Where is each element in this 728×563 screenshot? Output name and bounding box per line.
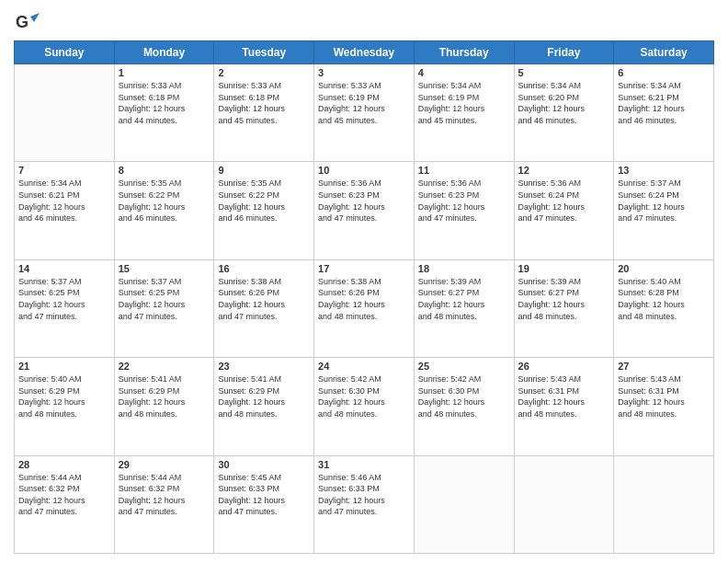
day-cell: 15Sunrise: 5:37 AM Sunset: 6:25 PM Dayli… xyxy=(114,259,214,357)
day-number: 28 xyxy=(18,459,110,470)
day-cell: 17Sunrise: 5:38 AM Sunset: 6:26 PM Dayli… xyxy=(314,259,415,357)
day-cell: 30Sunrise: 5:45 AM Sunset: 6:33 PM Dayli… xyxy=(214,455,314,553)
day-number: 31 xyxy=(318,459,410,470)
day-number: 11 xyxy=(418,165,510,176)
day-cell: 13Sunrise: 5:37 AM Sunset: 6:24 PM Dayli… xyxy=(614,162,714,259)
day-info: Sunrise: 5:43 AM Sunset: 6:31 PM Dayligh… xyxy=(518,373,610,419)
day-cell: 16Sunrise: 5:38 AM Sunset: 6:26 PM Dayli… xyxy=(214,259,314,357)
day-info: Sunrise: 5:34 AM Sunset: 6:20 PM Dayligh… xyxy=(518,80,610,126)
day-info: Sunrise: 5:36 AM Sunset: 6:23 PM Dayligh… xyxy=(318,178,410,224)
logo-icon: G xyxy=(14,9,40,35)
day-info: Sunrise: 5:33 AM Sunset: 6:18 PM Dayligh… xyxy=(119,80,210,126)
day-info: Sunrise: 5:37 AM Sunset: 6:24 PM Dayligh… xyxy=(618,178,710,224)
week-row-2: 7Sunrise: 5:34 AM Sunset: 6:21 PM Daylig… xyxy=(15,162,714,259)
day-number: 14 xyxy=(18,263,110,274)
day-info: Sunrise: 5:34 AM Sunset: 6:21 PM Dayligh… xyxy=(618,80,710,126)
day-number: 23 xyxy=(218,361,310,372)
day-number: 5 xyxy=(518,67,610,78)
weekday-header-row: SundayMondayTuesdayWednesdayThursdayFrid… xyxy=(15,41,714,64)
day-info: Sunrise: 5:43 AM Sunset: 6:31 PM Dayligh… xyxy=(618,373,710,419)
day-info: Sunrise: 5:42 AM Sunset: 6:30 PM Dayligh… xyxy=(318,373,410,419)
day-info: Sunrise: 5:45 AM Sunset: 6:33 PM Dayligh… xyxy=(218,472,310,518)
day-cell: 3Sunrise: 5:33 AM Sunset: 6:19 PM Daylig… xyxy=(314,64,415,162)
day-cell xyxy=(15,64,115,162)
day-number: 3 xyxy=(318,67,410,78)
day-cell: 25Sunrise: 5:42 AM Sunset: 6:30 PM Dayli… xyxy=(414,358,514,455)
day-info: Sunrise: 5:39 AM Sunset: 6:27 PM Dayligh… xyxy=(518,276,610,322)
day-info: Sunrise: 5:39 AM Sunset: 6:27 PM Dayligh… xyxy=(418,276,510,322)
day-info: Sunrise: 5:33 AM Sunset: 6:19 PM Dayligh… xyxy=(318,80,410,126)
day-info: Sunrise: 5:37 AM Sunset: 6:25 PM Dayligh… xyxy=(119,276,210,322)
day-number: 1 xyxy=(119,67,210,78)
day-info: Sunrise: 5:38 AM Sunset: 6:26 PM Dayligh… xyxy=(218,276,310,322)
day-cell xyxy=(414,455,514,553)
day-cell: 22Sunrise: 5:41 AM Sunset: 6:29 PM Dayli… xyxy=(114,358,214,455)
logo: G xyxy=(14,9,41,35)
week-row-5: 28Sunrise: 5:44 AM Sunset: 6:32 PM Dayli… xyxy=(15,455,714,553)
day-info: Sunrise: 5:46 AM Sunset: 6:33 PM Dayligh… xyxy=(318,472,410,518)
day-number: 30 xyxy=(218,459,310,470)
day-cell xyxy=(514,455,614,553)
day-cell: 31Sunrise: 5:46 AM Sunset: 6:33 PM Dayli… xyxy=(314,455,415,553)
day-cell: 11Sunrise: 5:36 AM Sunset: 6:23 PM Dayli… xyxy=(414,162,514,259)
day-info: Sunrise: 5:38 AM Sunset: 6:26 PM Dayligh… xyxy=(318,276,410,322)
day-cell: 4Sunrise: 5:34 AM Sunset: 6:19 PM Daylig… xyxy=(414,64,514,162)
day-info: Sunrise: 5:34 AM Sunset: 6:19 PM Dayligh… xyxy=(418,80,510,126)
day-cell: 5Sunrise: 5:34 AM Sunset: 6:20 PM Daylig… xyxy=(514,64,614,162)
day-number: 20 xyxy=(618,263,710,274)
day-info: Sunrise: 5:34 AM Sunset: 6:21 PM Dayligh… xyxy=(18,178,110,224)
day-number: 18 xyxy=(418,263,510,274)
day-number: 7 xyxy=(18,165,110,176)
day-info: Sunrise: 5:42 AM Sunset: 6:30 PM Dayligh… xyxy=(418,373,510,419)
day-cell: 21Sunrise: 5:40 AM Sunset: 6:29 PM Dayli… xyxy=(15,358,115,455)
day-number: 10 xyxy=(318,165,410,176)
day-cell: 26Sunrise: 5:43 AM Sunset: 6:31 PM Dayli… xyxy=(514,358,614,455)
day-cell: 18Sunrise: 5:39 AM Sunset: 6:27 PM Dayli… xyxy=(414,259,514,357)
day-cell: 19Sunrise: 5:39 AM Sunset: 6:27 PM Dayli… xyxy=(514,259,614,357)
day-info: Sunrise: 5:44 AM Sunset: 6:32 PM Dayligh… xyxy=(18,472,110,518)
day-number: 8 xyxy=(119,165,210,176)
day-cell xyxy=(614,455,714,553)
day-cell: 2Sunrise: 5:33 AM Sunset: 6:18 PM Daylig… xyxy=(214,64,314,162)
day-info: Sunrise: 5:40 AM Sunset: 6:29 PM Dayligh… xyxy=(18,373,110,419)
weekday-header-wednesday: Wednesday xyxy=(314,41,415,64)
day-info: Sunrise: 5:41 AM Sunset: 6:29 PM Dayligh… xyxy=(218,373,310,419)
day-cell: 28Sunrise: 5:44 AM Sunset: 6:32 PM Dayli… xyxy=(15,455,115,553)
week-row-1: 1Sunrise: 5:33 AM Sunset: 6:18 PM Daylig… xyxy=(15,64,714,162)
weekday-header-monday: Monday xyxy=(114,41,214,64)
day-cell: 20Sunrise: 5:40 AM Sunset: 6:28 PM Dayli… xyxy=(614,259,714,357)
week-row-3: 14Sunrise: 5:37 AM Sunset: 6:25 PM Dayli… xyxy=(15,259,714,357)
day-number: 24 xyxy=(318,361,410,372)
day-number: 2 xyxy=(218,67,310,78)
day-number: 22 xyxy=(119,361,210,372)
day-number: 17 xyxy=(318,263,410,274)
day-cell: 8Sunrise: 5:35 AM Sunset: 6:22 PM Daylig… xyxy=(114,162,214,259)
svg-marker-1 xyxy=(30,13,40,22)
day-cell: 14Sunrise: 5:37 AM Sunset: 6:25 PM Dayli… xyxy=(15,259,115,357)
day-info: Sunrise: 5:36 AM Sunset: 6:23 PM Dayligh… xyxy=(418,178,510,224)
day-number: 9 xyxy=(218,165,310,176)
day-number: 25 xyxy=(418,361,510,372)
day-info: Sunrise: 5:35 AM Sunset: 6:22 PM Dayligh… xyxy=(119,178,210,224)
weekday-header-thursday: Thursday xyxy=(414,41,514,64)
day-number: 15 xyxy=(119,263,210,274)
day-cell: 6Sunrise: 5:34 AM Sunset: 6:21 PM Daylig… xyxy=(614,64,714,162)
page: G SundayMondayTuesdayWednesdayThursdayFr… xyxy=(0,0,728,563)
day-cell: 24Sunrise: 5:42 AM Sunset: 6:30 PM Dayli… xyxy=(314,358,415,455)
weekday-header-saturday: Saturday xyxy=(614,41,714,64)
header: G xyxy=(14,9,714,35)
day-info: Sunrise: 5:40 AM Sunset: 6:28 PM Dayligh… xyxy=(618,276,710,322)
day-cell: 27Sunrise: 5:43 AM Sunset: 6:31 PM Dayli… xyxy=(614,358,714,455)
day-number: 19 xyxy=(518,263,610,274)
day-number: 13 xyxy=(618,165,710,176)
day-number: 12 xyxy=(518,165,610,176)
day-cell: 10Sunrise: 5:36 AM Sunset: 6:23 PM Dayli… xyxy=(314,162,415,259)
day-info: Sunrise: 5:37 AM Sunset: 6:25 PM Dayligh… xyxy=(18,276,110,322)
day-info: Sunrise: 5:35 AM Sunset: 6:22 PM Dayligh… xyxy=(218,178,310,224)
day-number: 27 xyxy=(618,361,710,372)
day-info: Sunrise: 5:33 AM Sunset: 6:18 PM Dayligh… xyxy=(218,80,310,126)
calendar-table: SundayMondayTuesdayWednesdayThursdayFrid… xyxy=(14,40,714,554)
day-cell: 29Sunrise: 5:44 AM Sunset: 6:32 PM Dayli… xyxy=(114,455,214,553)
day-info: Sunrise: 5:41 AM Sunset: 6:29 PM Dayligh… xyxy=(119,373,210,419)
day-number: 21 xyxy=(18,361,110,372)
